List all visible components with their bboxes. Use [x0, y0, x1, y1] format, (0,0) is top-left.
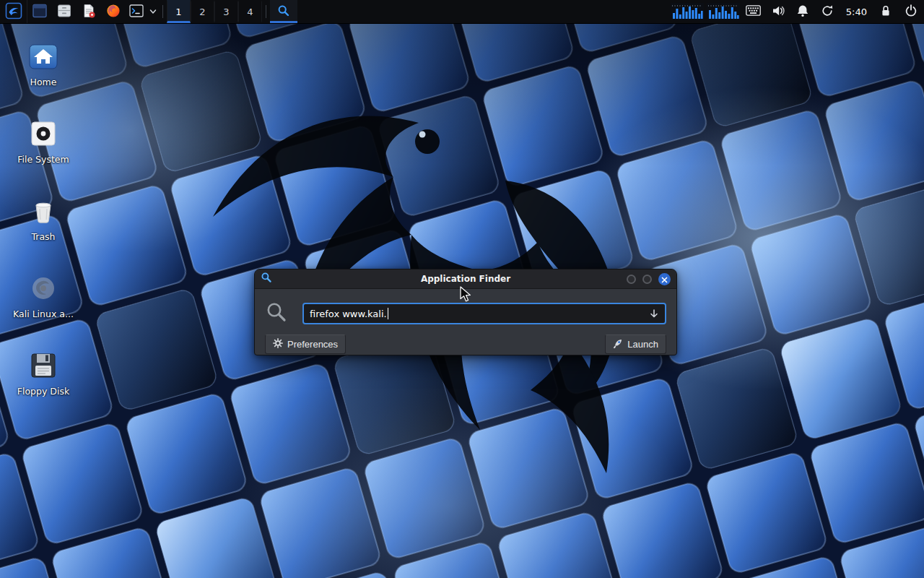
workspace-label: 1	[175, 7, 181, 17]
workspace-button-3[interactable]: 3	[214, 0, 238, 23]
kali-menu-icon	[5, 2, 22, 22]
panel-separator	[162, 5, 163, 18]
desktop-icon-floppy[interactable]: Floppy Disk	[7, 350, 79, 397]
disc-icon	[27, 272, 59, 304]
maximize-button[interactable]	[642, 275, 652, 284]
terminal-icon	[128, 3, 144, 21]
desktop-icon-home[interactable]: Home	[7, 40, 79, 87]
search-input-value: firefox www.kali.	[310, 309, 387, 319]
desktop-icon-label: Trash	[7, 232, 79, 242]
desktop-icon-label: Floppy Disk	[7, 387, 79, 397]
spectrum-icon[interactable]	[705, 0, 741, 23]
lock-icon	[879, 4, 893, 20]
panel-separator	[266, 5, 266, 18]
preferences-label: Preferences	[287, 339, 338, 350]
workspace-label: 4	[247, 7, 253, 17]
workspace-button-1[interactable]: 1	[167, 0, 191, 23]
minimize-button[interactable]	[627, 275, 636, 284]
floppy-icon	[27, 350, 59, 381]
launcher-firefox-button[interactable]	[101, 0, 126, 23]
top-panel: 1 2 3 4	[0, 0, 924, 24]
home-icon	[27, 40, 59, 72]
desktop: 1 2 3 4	[0, 0, 924, 578]
workspace-label: 3	[223, 7, 229, 17]
taskbar-application-finder[interactable]	[270, 0, 297, 23]
keyboard-layout-button[interactable]	[741, 0, 766, 23]
update-icon	[820, 4, 834, 20]
window-app-icon	[261, 272, 272, 286]
launch-label: Launch	[627, 339, 658, 350]
clock-time: 5:40	[846, 7, 867, 17]
application-finder-window: Application Finder firefox www.kali.	[254, 269, 677, 355]
notifications-button[interactable]	[790, 0, 815, 23]
desktop-icon-label: File System	[7, 155, 79, 165]
screen-lock-button[interactable]	[873, 0, 898, 23]
window-controls	[627, 273, 671, 285]
launcher-editor-button[interactable]	[77, 0, 101, 23]
volume-button[interactable]	[766, 0, 790, 23]
spectrum-icon[interactable]	[669, 0, 705, 23]
workspace-button-2[interactable]: 2	[191, 0, 214, 23]
window-icon	[32, 3, 48, 21]
launcher-window-button[interactable]	[27, 0, 52, 23]
launcher-files-button[interactable]	[52, 0, 77, 23]
history-arrow-icon[interactable]	[649, 309, 659, 319]
keyboard-icon	[746, 5, 761, 18]
gear-icon	[273, 338, 283, 350]
clock[interactable]: 5:40	[840, 0, 873, 23]
files-icon	[56, 3, 72, 21]
launch-button[interactable]: Launch	[605, 335, 666, 354]
search-icon	[265, 301, 288, 327]
terminal-dropdown-button[interactable]	[147, 0, 159, 23]
app-finder-icon	[277, 4, 290, 20]
mouse-cursor	[459, 286, 474, 303]
update-notifier-button[interactable]	[815, 0, 840, 23]
launch-icon	[613, 338, 623, 350]
notifications-icon	[796, 4, 810, 20]
firefox-icon	[105, 3, 121, 21]
desktop-icon-filesystem[interactable]: File System	[7, 118, 79, 165]
workspace-label: 2	[199, 7, 205, 17]
power-icon	[904, 4, 918, 20]
launcher-terminal-button[interactable]	[126, 0, 147, 23]
window-title: Application Finder	[255, 274, 676, 284]
desktop-icon-label: Kali Linux a...	[7, 309, 79, 319]
close-icon	[661, 272, 668, 286]
applications-menu-button[interactable]	[0, 0, 27, 23]
desktop-icon-trash[interactable]: Trash	[7, 195, 79, 242]
workspace-button-4[interactable]: 4	[238, 0, 262, 23]
preferences-button[interactable]: Preferences	[265, 335, 346, 354]
volume-icon	[771, 4, 785, 20]
search-input[interactable]: firefox www.kali.	[302, 303, 666, 324]
text-caret	[388, 308, 389, 319]
power-button[interactable]	[898, 0, 924, 23]
trash-icon	[27, 195, 59, 227]
close-button[interactable]	[658, 273, 671, 285]
desktop-icon-kali-volume[interactable]: Kali Linux a...	[7, 272, 79, 319]
desktop-icon-label: Home	[7, 77, 79, 87]
drive-icon	[27, 118, 59, 150]
chevron-down-icon	[149, 7, 157, 17]
editor-icon	[81, 3, 97, 21]
